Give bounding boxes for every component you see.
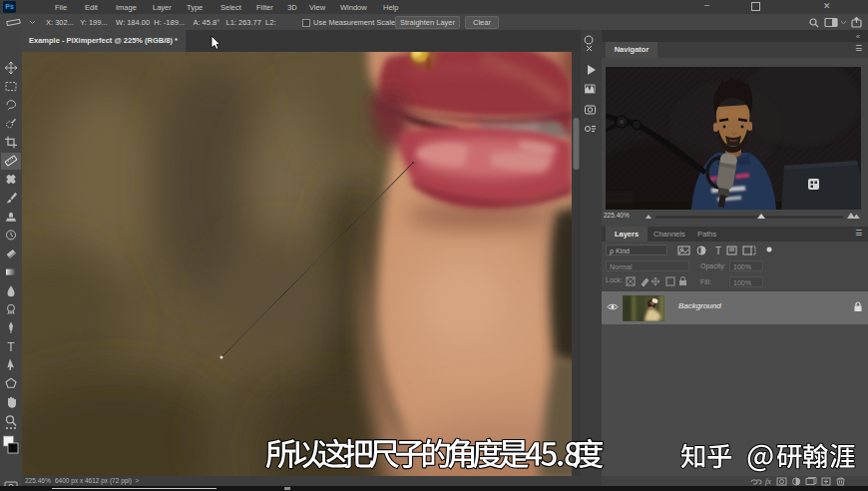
svg-text:fx: fx	[765, 477, 771, 486]
svg-text:T: T	[715, 246, 721, 256]
svg-text:T: T	[7, 340, 15, 354]
